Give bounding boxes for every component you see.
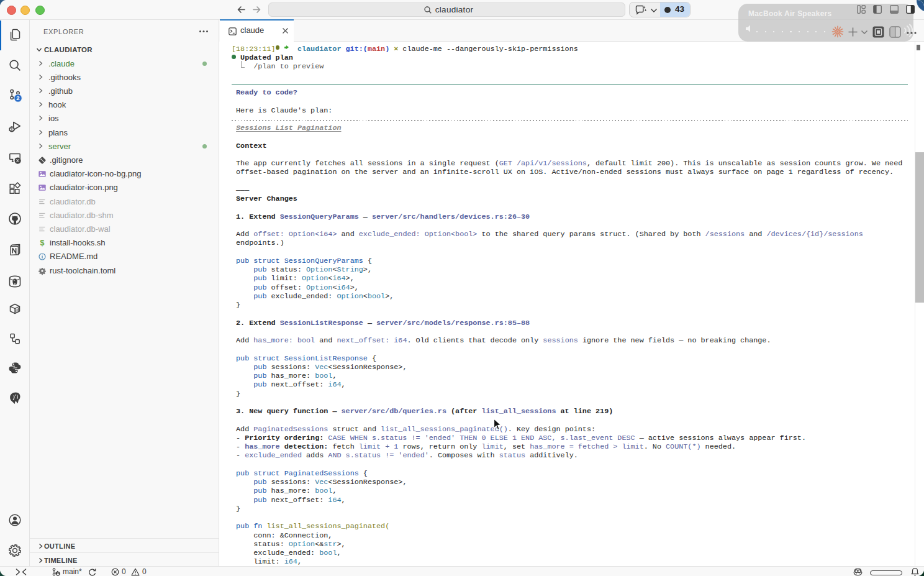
svg-text:2: 2	[16, 94, 19, 101]
